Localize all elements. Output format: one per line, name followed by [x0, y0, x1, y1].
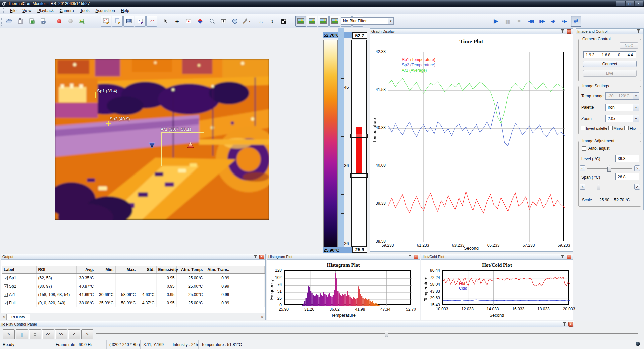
tab-scroll-left-icon[interactable]: ◁: [1, 315, 6, 318]
pin-icon[interactable]: [561, 29, 565, 33]
view-3-icon[interactable]: [318, 16, 329, 27]
row-checkbox[interactable]: ✓: [4, 293, 8, 297]
maximize-button[interactable]: ▢: [625, 1, 634, 6]
palette-combo[interactable]: Iron▼: [605, 104, 639, 111]
column-header-label[interactable]: Label: [2, 266, 36, 273]
nuc-button[interactable]: NUC: [620, 42, 638, 49]
video-panel-icon[interactable]: [123, 16, 134, 27]
tab-roi-info[interactable]: ROI info: [6, 314, 30, 320]
level-slider-thumb[interactable]: [607, 165, 611, 172]
ar1-area-rect[interactable]: [161, 132, 204, 166]
curve-axis-icon[interactable]: [146, 16, 157, 27]
table-row-ar1[interactable]: ✓Ar1(158, 108, 63, 54)41.69°C30.66°C58.0…: [2, 290, 264, 299]
pin-icon[interactable]: [637, 29, 640, 33]
column-header-emissivity[interactable]: Emissivity: [156, 266, 176, 273]
level-input[interactable]: 39.3: [615, 155, 639, 162]
connect-button[interactable]: Connect: [583, 61, 637, 67]
open-folder-icon[interactable]: [3, 16, 14, 27]
scale-min-input[interactable]: 25.9: [352, 246, 367, 253]
close-button[interactable]: ✕: [634, 1, 643, 6]
ir-pause-button[interactable]: ||: [16, 329, 28, 339]
step-forward-icon[interactable]: •▶: [559, 16, 570, 27]
view-4-icon[interactable]: [329, 16, 340, 27]
seek-slider-thumb[interactable]: [385, 331, 388, 337]
fit-width-icon[interactable]: ↔: [256, 16, 266, 27]
invert-palette-checkbox[interactable]: [581, 126, 585, 130]
table-row-full[interactable]: ✓Full(0, 0, 320, 240)38.08°C25.99°C58.99…: [2, 299, 264, 307]
menu-item-help[interactable]: Help: [118, 8, 132, 14]
fit-height-icon[interactable]: ↕: [267, 16, 278, 27]
seek-slider-track[interactable]: [96, 333, 638, 334]
pin-icon[interactable]: [563, 322, 566, 326]
blur-filter-combo[interactable]: No Blur Filter▼: [341, 17, 394, 25]
export-image-icon[interactable]: [38, 16, 48, 27]
table-row-sp2[interactable]: ✓Sp2(80, 97)40.87°C0.9525.00°C0.99: [2, 282, 264, 290]
level-increment-button[interactable]: >: [634, 165, 640, 171]
step-back-icon[interactable]: ◀•: [548, 16, 558, 27]
column-header-atm-trans-[interactable]: Atm. Trans.: [205, 266, 231, 273]
pause-icon[interactable]: ▮▮: [502, 16, 513, 27]
auto-adjust-checkbox[interactable]: [582, 146, 586, 151]
tab-scroll-right-icon[interactable]: ▷: [260, 315, 265, 318]
menu-item-acquisition[interactable]: Acquisition: [93, 8, 118, 14]
select-cursor-icon[interactable]: [160, 16, 171, 27]
play-icon[interactable]: ▶: [491, 16, 501, 27]
loop-icon[interactable]: ⇄: [571, 16, 581, 27]
ir-step-back-button[interactable]: <: [68, 329, 80, 339]
flip-checkbox[interactable]: [624, 126, 629, 130]
menu-item-view[interactable]: View: [19, 8, 34, 14]
rewind-icon[interactable]: ◀◀: [525, 16, 536, 27]
close-icon[interactable]: x: [414, 255, 418, 259]
column-header-roi[interactable]: ROI: [36, 266, 76, 273]
add-spot-icon[interactable]: +: [172, 16, 182, 27]
column-header-std-[interactable]: Std.: [138, 266, 156, 273]
record-icon[interactable]: [54, 16, 64, 27]
thermal-image[interactable]: Sp1 (39.4) Sp2 (40.9) Ar1 (30.7, 58.1): [55, 59, 269, 220]
ir-rewind-button[interactable]: <<: [42, 329, 54, 339]
span-decrement-button[interactable]: <: [580, 184, 585, 190]
scale-max-input[interactable]: 52.7: [352, 32, 367, 39]
row-checkbox[interactable]: ✓: [4, 301, 8, 305]
graph-edit-icon[interactable]: [101, 16, 111, 27]
pen-chart-icon[interactable]: [135, 16, 146, 27]
pan-globe-icon[interactable]: [229, 16, 240, 27]
menu-item-playback[interactable]: Playback: [34, 8, 57, 14]
row-checkbox[interactable]: ✓: [4, 284, 8, 288]
ir-play-button[interactable]: >: [3, 329, 15, 339]
temp-range-combo[interactable]: -20 ~ 120°C▼: [605, 92, 639, 100]
view-2-icon[interactable]: [307, 16, 317, 27]
column-header-min-[interactable]: Min.: [96, 266, 115, 273]
close-icon[interactable]: x: [568, 322, 573, 327]
menu-item-tools[interactable]: Tools: [77, 8, 93, 14]
column-header-atm-temp-[interactable]: Atm. Temp.: [176, 266, 205, 273]
snapshot-icon[interactable]: [76, 16, 87, 27]
column-header-max-[interactable]: Max.: [115, 266, 138, 273]
add-area-icon[interactable]: [183, 16, 194, 27]
level-decrement-button[interactable]: <: [580, 165, 585, 171]
delete-roi-icon[interactable]: [195, 16, 205, 27]
span-input[interactable]: 26.8: [615, 173, 639, 180]
pin-icon[interactable]: [408, 255, 412, 259]
pin-icon[interactable]: [254, 255, 257, 259]
minimize-button[interactable]: ─: [616, 1, 625, 6]
scale-upper-handle[interactable]: [350, 134, 368, 138]
ip-address-field[interactable]: 192 . 168 . 0 . 44: [583, 51, 636, 58]
stop-icon[interactable]: ■: [514, 16, 524, 27]
fit-screen-icon[interactable]: [278, 16, 289, 27]
span-slider[interactable]: [587, 187, 632, 187]
table-row-sp1[interactable]: ✓Sp1(62, 53)39.35°C0.9525.00°C0.99: [2, 273, 264, 282]
menu-item-file[interactable]: File: [7, 8, 19, 14]
clipboard-icon[interactable]: [15, 16, 25, 27]
view-1-icon[interactable]: [295, 16, 306, 27]
zoom-icon[interactable]: [207, 16, 217, 27]
tools-icon[interactable]: ▼: [241, 16, 252, 27]
ir-step-forward-button[interactable]: >: [81, 329, 93, 339]
zoom-area-icon[interactable]: [218, 16, 229, 27]
sp2-crosshair[interactable]: [106, 121, 111, 126]
span-increment-button[interactable]: >: [634, 184, 640, 190]
sp1-crosshair[interactable]: [93, 92, 98, 98]
scale-lower-handle[interactable]: [350, 173, 368, 178]
live-button[interactable]: Live: [583, 70, 637, 77]
close-icon[interactable]: x: [567, 255, 571, 259]
row-checkbox[interactable]: ✓: [4, 276, 8, 280]
